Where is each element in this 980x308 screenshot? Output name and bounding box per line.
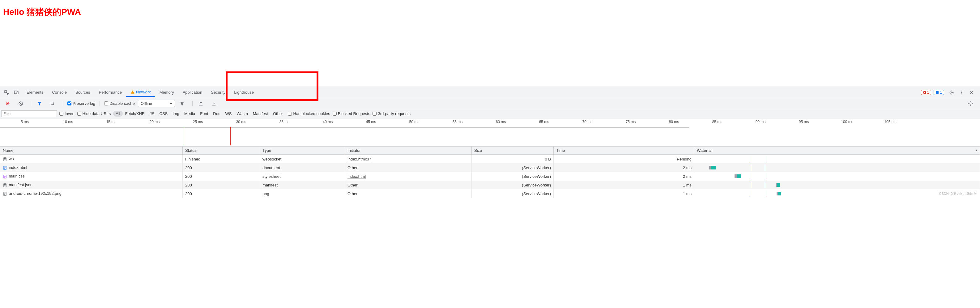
timeline-tick: 105 ms	[869, 120, 912, 124]
table-row[interactable]: manifest.json200manifestOther(ServiceWor…	[0, 180, 980, 189]
timeline-tick: 60 ms	[479, 120, 522, 124]
filter-bar: Invert Hide data URLs AllFetch/XHRJSCSSI…	[0, 109, 980, 118]
filter-type-img[interactable]: Img	[170, 111, 182, 116]
watermark: CSDN @努力的小朱同学	[939, 192, 977, 196]
timeline-tick: 70 ms	[566, 120, 609, 124]
table-row[interactable]: index.html200documentOther(ServiceWorker…	[0, 163, 980, 172]
disable-cache-checkbox[interactable]: Disable cache	[104, 101, 135, 106]
timeline-tick: 10 ms	[46, 120, 90, 124]
timeline-tick: 55 ms	[436, 120, 479, 124]
filter-type-other[interactable]: Other	[270, 111, 286, 116]
svg-point-14	[970, 103, 971, 104]
col-waterfall[interactable]: Waterfall▲	[694, 147, 980, 155]
timeline-tick: 40 ms	[306, 120, 349, 124]
preserve-log-checkbox[interactable]: Preserve log	[67, 101, 95, 106]
waterfall-bar	[709, 166, 716, 169]
clear-icon[interactable]	[17, 100, 25, 108]
col-initiator[interactable]: Initiator	[345, 147, 472, 155]
table-row[interactable]: wsFinishedwebsocketindex.html:370 BPendi…	[0, 155, 980, 164]
tab-performance[interactable]: Performance	[95, 88, 126, 96]
load-line	[765, 164, 765, 171]
timeline-tick: 30 ms	[220, 120, 263, 124]
initiator-link[interactable]: index.html:37	[347, 157, 371, 161]
file-type-icon	[3, 174, 7, 179]
domcontentloaded-line	[751, 182, 751, 188]
filter-type-media[interactable]: Media	[182, 111, 197, 116]
errors-badge[interactable]: 1	[921, 90, 931, 95]
col-status[interactable]: Status	[183, 147, 260, 155]
table-row[interactable]: main.css200stylesheetindex.html(ServiceW…	[0, 172, 980, 180]
load-line	[765, 182, 765, 188]
timeline-tick: 85 ms	[695, 120, 739, 124]
issues-badge[interactable]: 1	[934, 90, 944, 95]
chevron-down-icon: ▾	[170, 101, 172, 106]
download-har-icon[interactable]	[210, 100, 218, 108]
filter-type-all[interactable]: All	[113, 111, 123, 116]
blocked-requests-checkbox[interactable]: Blocked Requests	[332, 111, 371, 116]
waterfall-bar	[776, 183, 780, 187]
third-party-checkbox[interactable]: 3rd-party requests	[372, 111, 410, 116]
timeline-tick: 20 ms	[133, 120, 176, 124]
timeline-tick: 80 ms	[652, 120, 695, 124]
filter-type-css[interactable]: CSS	[157, 111, 170, 116]
col-size[interactable]: Size	[472, 147, 554, 155]
blocked-cookies-checkbox[interactable]: Has blocked cookies	[288, 111, 330, 116]
tab-sources[interactable]: Sources	[71, 88, 95, 96]
tab-network[interactable]: Network	[126, 88, 155, 97]
invert-checkbox[interactable]: Invert	[59, 111, 75, 116]
tab-security[interactable]: Security	[207, 88, 230, 96]
svg-rect-4	[936, 91, 939, 94]
device-toolbar-icon[interactable]	[13, 88, 21, 96]
close-icon[interactable]	[967, 88, 976, 96]
record-icon[interactable]	[4, 100, 12, 108]
timeline-tick: 90 ms	[739, 120, 782, 124]
upload-har-icon[interactable]	[197, 100, 205, 108]
timeline-tick: 15 ms	[90, 120, 133, 124]
page-heading: Hello 猪猪侠的PWA	[0, 0, 980, 86]
devtools-tabs: Elements Console Sources Performance Net…	[0, 87, 980, 98]
filter-type-wasm[interactable]: Wasm	[234, 111, 250, 116]
tab-elements[interactable]: Elements	[22, 88, 48, 96]
filter-funnel-icon[interactable]	[35, 100, 44, 108]
svg-point-13	[182, 105, 182, 105]
col-time[interactable]: Time	[554, 147, 694, 155]
tab-memory[interactable]: Memory	[155, 88, 178, 96]
svg-point-12	[51, 102, 54, 104]
timeline-tick: 95 ms	[782, 120, 826, 124]
throttling-select[interactable]: Offline▾	[138, 100, 175, 107]
domcontentloaded-line	[751, 156, 751, 162]
col-name[interactable]: Name	[0, 147, 183, 155]
initiator-link[interactable]: index.html	[347, 174, 366, 179]
panel-settings-gear-icon[interactable]	[966, 100, 974, 108]
tab-application[interactable]: Application	[178, 88, 207, 96]
timeline-tick: 35 ms	[263, 120, 306, 124]
col-type[interactable]: Type	[260, 147, 345, 155]
network-toolbar: Preserve log Disable cache Offline▾	[0, 98, 980, 109]
filter-type-manifest[interactable]: Manifest	[250, 111, 270, 116]
filter-type-font[interactable]: Font	[197, 111, 210, 116]
timeline-overview[interactable]: 5 ms10 ms15 ms20 ms25 ms30 ms35 ms40 ms4…	[0, 118, 980, 146]
filter-input[interactable]	[1, 110, 57, 117]
hide-data-urls-checkbox[interactable]: Hide data URLs	[77, 111, 111, 116]
domcontentloaded-line	[751, 164, 751, 171]
load-line	[765, 156, 765, 162]
more-vert-icon[interactable]	[958, 88, 966, 96]
filter-type-doc[interactable]: Doc	[210, 111, 223, 116]
domcontentloaded-line	[751, 190, 751, 197]
file-type-icon	[3, 183, 7, 187]
table-row[interactable]: android-chrome-192x192.png200pngOther(Se…	[0, 189, 980, 198]
wifi-icon[interactable]	[178, 100, 186, 108]
tab-lighthouse[interactable]: Lighthouse	[230, 88, 258, 96]
timeline-tick: 5 ms	[3, 120, 46, 124]
tab-console[interactable]: Console	[48, 88, 71, 96]
search-icon[interactable]	[49, 100, 57, 108]
settings-gear-icon[interactable]	[948, 88, 956, 96]
filter-type-ws[interactable]: WS	[223, 111, 234, 116]
file-type-icon	[3, 192, 7, 196]
timeline-tick: 65 ms	[522, 120, 566, 124]
filter-type-fetchxhr[interactable]: Fetch/XHR	[123, 111, 148, 116]
sort-arrow-icon: ▲	[975, 148, 978, 152]
filter-type-js[interactable]: JS	[147, 111, 157, 116]
inspect-icon[interactable]	[3, 88, 11, 96]
timeline-tick: 25 ms	[176, 120, 220, 124]
